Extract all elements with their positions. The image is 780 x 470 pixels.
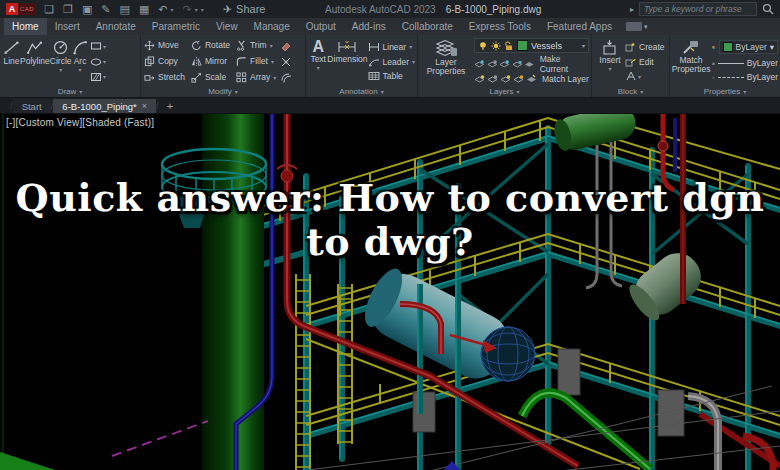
layer-freeze-tool-icon[interactable] bbox=[499, 59, 510, 69]
modify-tool-trim[interactable]: Trim▾ bbox=[236, 40, 276, 51]
ribbon-tab-express-tools[interactable]: Express Tools bbox=[461, 18, 539, 35]
match-layer-label[interactable]: Match Layer bbox=[542, 74, 589, 84]
layer-walk-tool-icon[interactable] bbox=[513, 74, 524, 84]
annotation-tool-text[interactable]: A Text ▾ bbox=[309, 37, 327, 86]
layer-unlock-tool-icon[interactable] bbox=[500, 74, 511, 84]
viewport-3d-model[interactable] bbox=[0, 114, 780, 470]
ribbon-tab-manage[interactable]: Manage bbox=[246, 18, 298, 35]
ribbon-display-toggle[interactable]: ▾ bbox=[626, 18, 648, 35]
layer-dropdown[interactable]: Vessels ▾ bbox=[474, 38, 589, 53]
hatch-tool[interactable]: ▾ bbox=[90, 71, 106, 83]
window-title: Autodesk AutoCAD 2023 6-B-1000_Piping.dw… bbox=[325, 0, 541, 18]
block-tool-create[interactable]: Create bbox=[625, 42, 665, 52]
ellipse-tool[interactable]: ▾ bbox=[90, 56, 106, 68]
lineweight-row[interactable]: ByLayer bbox=[712, 58, 778, 69]
make-current-label[interactable]: Make Current bbox=[540, 54, 589, 74]
panel-properties-footer[interactable]: Properties▾ bbox=[670, 86, 780, 97]
undo-icon[interactable]: ↶ bbox=[158, 0, 167, 18]
layer-isolate-icon[interactable] bbox=[474, 59, 485, 69]
modify-tool-array[interactable]: Array▾ bbox=[236, 72, 276, 83]
ribbon-tab-annotate[interactable]: Annotate bbox=[88, 18, 144, 35]
search-icon[interactable] bbox=[762, 3, 774, 15]
ribbon-tab-insert[interactable]: Insert bbox=[47, 18, 88, 35]
annotation-tool-linear[interactable]: Linear▾ bbox=[368, 42, 415, 52]
panel-block: Insert ▾ Create Edit ▾ Block▾ bbox=[592, 35, 670, 97]
app-title: Autodesk AutoCAD 2023 bbox=[325, 4, 436, 15]
ribbon-tab-addins[interactable]: Add-ins bbox=[344, 18, 394, 35]
vessel-head-wireframe bbox=[481, 327, 535, 381]
search-expand-icon[interactable]: ▸ bbox=[630, 5, 634, 14]
modify-tool-copy[interactable]: Copy bbox=[144, 56, 185, 67]
ribbon-tab-home[interactable]: Home bbox=[4, 18, 47, 35]
modify-tool-stretch[interactable]: Stretch bbox=[144, 72, 185, 83]
modify-tool-rotate[interactable]: Rotate bbox=[191, 40, 230, 51]
redo-caret-icon[interactable]: ▾ bbox=[195, 6, 198, 13]
drawing-viewport: [-][Custom View][Shaded (Fast)] Quick an… bbox=[0, 114, 780, 470]
undo-caret-icon[interactable]: ▾ bbox=[171, 6, 174, 13]
new-tab-button[interactable]: + bbox=[159, 99, 181, 113]
share-button[interactable]: ✈ Share bbox=[223, 3, 266, 16]
layer-unisolate-icon[interactable] bbox=[487, 59, 498, 69]
layers-tool-layer-properties[interactable]: Layer Properties bbox=[421, 37, 471, 86]
make-current-icon[interactable] bbox=[524, 59, 535, 69]
new-file-icon[interactable]: ❏ bbox=[44, 0, 54, 18]
block-attribute-tool[interactable]: ▾ bbox=[625, 71, 665, 81]
modify-tool-move[interactable]: Move bbox=[144, 40, 185, 51]
autocad-logo[interactable]: A CAD bbox=[6, 3, 36, 15]
file-tab-document[interactable]: 6-B-1000_Piping* × bbox=[53, 99, 156, 113]
ribbon-tab-parametric[interactable]: Parametric bbox=[144, 18, 208, 35]
layer-off-tool-icon[interactable] bbox=[474, 74, 485, 84]
search-input[interactable] bbox=[639, 2, 757, 16]
annotation-tool-leader[interactable]: Leader▾ bbox=[368, 57, 415, 67]
modify-tool-fillet[interactable]: Fillet▾ bbox=[236, 56, 276, 67]
open-file-icon[interactable]: ❐ bbox=[63, 0, 73, 18]
offset-tool[interactable] bbox=[280, 71, 292, 83]
redo-icon[interactable]: ↷ bbox=[183, 0, 192, 18]
modify-tool-mirror[interactable]: Mirror bbox=[191, 56, 230, 67]
explode-tool[interactable] bbox=[280, 56, 292, 68]
ribbon-tab-bar: Home Insert Annotate Parametric View Man… bbox=[0, 18, 780, 35]
erase-icon bbox=[280, 40, 292, 52]
panel-modify-footer[interactable]: Modify▾ bbox=[141, 86, 305, 97]
save-icon[interactable]: ▣ bbox=[82, 0, 92, 18]
ribbon-tab-output[interactable]: Output bbox=[298, 18, 344, 35]
layer-thaw-tool-icon[interactable] bbox=[487, 74, 498, 84]
logo-cad-icon: CAD bbox=[18, 3, 36, 15]
block-tool-insert[interactable]: Insert ▾ bbox=[595, 37, 625, 86]
panel-annotation-footer[interactable]: Annotation▾ bbox=[306, 86, 417, 97]
modify-tool-scale[interactable]: Scale bbox=[191, 72, 230, 83]
panel-block-footer[interactable]: Block▾ bbox=[592, 86, 669, 97]
linear-caret-icon: ▾ bbox=[409, 43, 412, 50]
plot-icon[interactable]: ▤ bbox=[120, 0, 130, 18]
ribbon-tab-collaborate[interactable]: Collaborate bbox=[394, 18, 461, 35]
object-color-value: ByLayer bbox=[736, 42, 767, 52]
layer-lock-tool-icon[interactable] bbox=[512, 59, 523, 69]
insert-caret-icon: ▾ bbox=[608, 66, 611, 72]
draw-tool-polyline[interactable]: Polyline bbox=[20, 37, 50, 86]
rectangle-tool[interactable]: ▾ bbox=[90, 40, 106, 52]
ribbon: Line Polyline Circle ▾ Arc ▾ ▾ bbox=[0, 35, 780, 98]
save-as-icon[interactable]: ✎ bbox=[101, 0, 110, 18]
block-tool-edit[interactable]: Edit bbox=[625, 57, 665, 67]
customize-quick-access-icon[interactable]: ▾ bbox=[201, 6, 204, 13]
table-icon bbox=[368, 71, 380, 81]
match-layer-icon[interactable] bbox=[526, 74, 537, 84]
draw-tool-line[interactable]: Line bbox=[3, 37, 20, 86]
properties-tool-match[interactable]: Match Properties bbox=[673, 37, 709, 86]
linetype-row[interactable]: ByLayer bbox=[712, 72, 778, 83]
draw-tool-circle[interactable]: Circle ▾ bbox=[50, 37, 72, 86]
ribbon-tab-view[interactable]: View bbox=[208, 18, 246, 35]
viewport-controls[interactable]: [-][Custom View][Shaded (Fast)] bbox=[6, 117, 154, 128]
draw-tool-arc[interactable]: Arc ▾ bbox=[72, 37, 89, 86]
file-tab-start[interactable]: Start bbox=[13, 99, 51, 113]
object-color-dropdown[interactable]: ByLayer ▾ bbox=[719, 40, 778, 54]
annotation-tool-dimension[interactable]: Dimension bbox=[327, 37, 367, 86]
close-tab-icon[interactable]: × bbox=[142, 101, 147, 111]
annotation-tool-table[interactable]: Table bbox=[368, 71, 415, 81]
panel-layers-footer[interactable]: Layers▾ bbox=[418, 86, 591, 97]
erase-tool[interactable] bbox=[280, 40, 292, 52]
panel-draw-footer[interactable]: Draw▾ bbox=[0, 86, 140, 97]
ribbon-tab-featured-apps[interactable]: Featured Apps bbox=[539, 18, 620, 35]
print-icon[interactable]: ▦ bbox=[139, 0, 149, 18]
create-block-icon bbox=[625, 42, 636, 52]
